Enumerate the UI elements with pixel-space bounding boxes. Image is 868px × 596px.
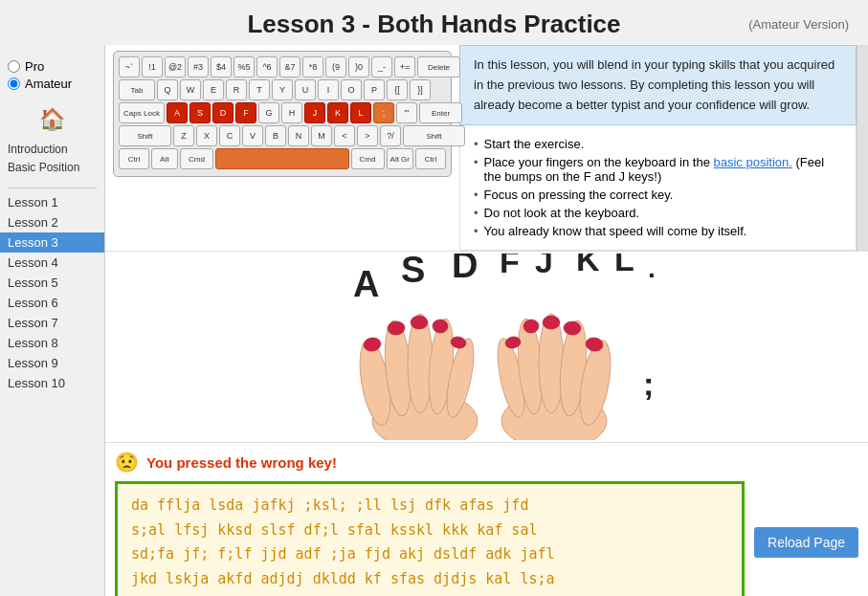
letter-period: .	[648, 254, 656, 283]
key-4[interactable]: $4	[211, 56, 232, 77]
key-8[interactable]: *8	[302, 56, 323, 77]
pro-radio-input[interactable]	[8, 60, 20, 73]
key-q[interactable]: Q	[157, 79, 178, 100]
key-d[interactable]: D	[212, 102, 234, 123]
sidebar-item-lesson-9[interactable]: Lesson 9	[0, 353, 104, 373]
sidebar-item-lesson-4[interactable]: Lesson 4	[0, 253, 104, 273]
sidebar-intro-item[interactable]: Introduction Basic Position	[8, 142, 97, 176]
key-o[interactable]: O	[341, 79, 362, 100]
amateur-radio[interactable]: Amateur	[8, 77, 97, 91]
key-3[interactable]: #3	[188, 56, 209, 77]
key-r[interactable]: R	[226, 79, 247, 100]
sidebar-item-lesson-6[interactable]: Lesson 6	[0, 293, 104, 313]
key-e[interactable]: E	[203, 79, 224, 100]
key-a[interactable]: A	[167, 102, 188, 123]
key-y[interactable]: Y	[272, 79, 293, 100]
pro-radio[interactable]: Pro	[8, 59, 97, 74]
key-6[interactable]: ^6	[256, 56, 278, 77]
key-v[interactable]: V	[242, 125, 263, 146]
typing-text: da fflja lsda jafkj ;ksl; ;ll lsj dfk af…	[131, 497, 555, 587]
key-rbracket[interactable]: }]	[410, 79, 431, 100]
key-s[interactable]: S	[189, 102, 211, 123]
key-shift-l[interactable]: Shift	[119, 125, 171, 146]
key-i[interactable]: I	[318, 79, 339, 100]
wrong-key-message: 😟 You pressed the wrong key!	[115, 451, 858, 474]
kb-row-3: Caps Lock A S D F G H J K L ; "'	[119, 102, 446, 123]
key-1[interactable]: !1	[142, 56, 163, 77]
sidebar-item-lesson-7[interactable]: Lesson 7	[0, 313, 104, 333]
key-k[interactable]: K	[327, 102, 348, 123]
key-lbracket[interactable]: {[	[387, 79, 408, 100]
key-z[interactable]: Z	[173, 125, 194, 146]
key-w[interactable]: W	[180, 79, 201, 100]
key-n[interactable]: N	[288, 125, 309, 146]
key-cmd-l[interactable]: Cmd	[180, 148, 213, 169]
key-shift-r[interactable]: Shift	[403, 125, 465, 146]
key-0[interactable]: )0	[348, 56, 369, 77]
key-9[interactable]: (9	[325, 56, 346, 77]
key-f[interactable]: F	[235, 102, 256, 123]
key-l[interactable]: L	[350, 102, 371, 123]
info-box-description: In this lesson, you will blend in your t…	[459, 45, 857, 125]
lesson-list: Lesson 1Lesson 2Lesson 3Lesson 4Lesson 5…	[0, 192, 104, 393]
intro-label: Introduction	[8, 142, 97, 158]
key-altgr[interactable]: Alt Gr	[387, 148, 413, 169]
key-ctrl-l[interactable]: Ctrl	[119, 148, 149, 169]
key-question[interactable]: ?/	[380, 125, 401, 146]
sidebar-item-lesson-8[interactable]: Lesson 8	[0, 333, 104, 353]
key-j[interactable]: J	[304, 102, 325, 123]
key-space[interactable]	[215, 148, 349, 169]
sidebar-item-lesson-1[interactable]: Lesson 1	[0, 192, 104, 212]
key-lt[interactable]: <	[334, 125, 355, 146]
version-selector: Pro Amateur	[0, 53, 104, 101]
key-g[interactable]: G	[258, 102, 279, 123]
bullet-4-text: Do not look at the keyboard.	[484, 206, 640, 220]
home-button[interactable]: 🏠	[0, 101, 104, 140]
sidebar-item-lesson-5[interactable]: Lesson 5	[0, 273, 104, 293]
key-ctrl-r[interactable]: Ctrl	[415, 148, 446, 169]
sidebar-intro-section: Introduction Basic Position	[0, 140, 104, 184]
info-text: In this lesson, you will blend in your t…	[474, 57, 835, 112]
basic-position-link[interactable]: basic position.	[714, 155, 792, 169]
reload-button[interactable]: Reload Page	[754, 527, 858, 558]
key-alt-l[interactable]: Alt	[151, 148, 178, 169]
version-label: (Amateur Version)	[748, 17, 849, 32]
key-gt[interactable]: >	[357, 125, 378, 146]
bullet-1: Start the exercise.	[474, 135, 842, 153]
key-x[interactable]: X	[196, 125, 217, 146]
key-capslock[interactable]: Caps Lock	[119, 102, 165, 123]
bullet-4: Do not look at the keyboard.	[474, 204, 842, 222]
key-7[interactable]: &7	[279, 56, 300, 77]
key-m[interactable]: M	[311, 125, 332, 146]
key-tab[interactable]: Tab	[119, 79, 155, 100]
key-2[interactable]: @2	[165, 56, 186, 77]
kb-row-2: Tab Q W E R T Y U I O P {[ }]	[119, 79, 446, 100]
key-enter[interactable]: Enter	[419, 102, 462, 123]
amateur-radio-input[interactable]	[8, 77, 20, 90]
key-t[interactable]: T	[249, 79, 270, 100]
info-area: In this lesson, you will blend in your t…	[459, 45, 857, 251]
key-5[interactable]: %5	[234, 56, 255, 77]
main-container: Lesson 3 - Both Hands Practice (Amateur …	[0, 0, 868, 596]
sidebar-item-lesson-10[interactable]: Lesson 10	[0, 373, 104, 393]
key-u[interactable]: U	[295, 79, 316, 100]
key-minus[interactable]: _-	[371, 56, 392, 77]
letter-f: F	[500, 254, 520, 279]
body-layout: Pro Amateur 🏠 Introduction Basic Positio…	[0, 45, 868, 596]
page-title: Lesson 3 - Both Hands Practice	[0, 10, 868, 39]
sidebar-item-lesson-3[interactable]: Lesson 3	[0, 232, 104, 253]
key-b[interactable]: B	[265, 125, 286, 146]
bottom-section: 😟 You pressed the wrong key! da fflja ls…	[105, 443, 868, 596]
wrong-key-emoji: 😟	[115, 451, 139, 474]
key-quote[interactable]: "'	[396, 102, 417, 123]
scrollbar[interactable]	[857, 45, 868, 251]
key-delete[interactable]: Delete	[417, 56, 460, 77]
key-c[interactable]: C	[219, 125, 240, 146]
sidebar-item-lesson-2[interactable]: Lesson 2	[0, 212, 104, 232]
key-semicolon[interactable]: ;	[373, 102, 394, 123]
key-p[interactable]: P	[364, 79, 385, 100]
key-backtick[interactable]: ~`	[119, 56, 140, 77]
key-cmd-r[interactable]: Cmd	[351, 148, 385, 169]
key-equal[interactable]: +=	[394, 56, 415, 77]
key-h[interactable]: H	[281, 102, 302, 123]
